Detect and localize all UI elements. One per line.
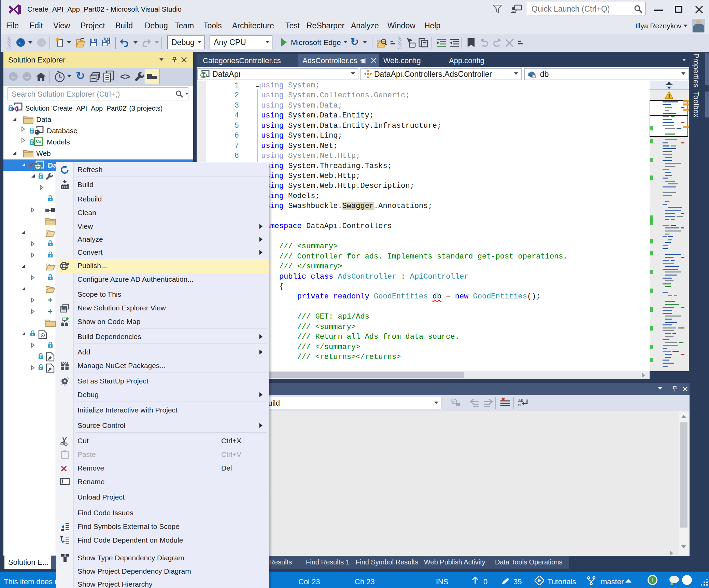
svg-text:c: c <box>518 402 521 407</box>
